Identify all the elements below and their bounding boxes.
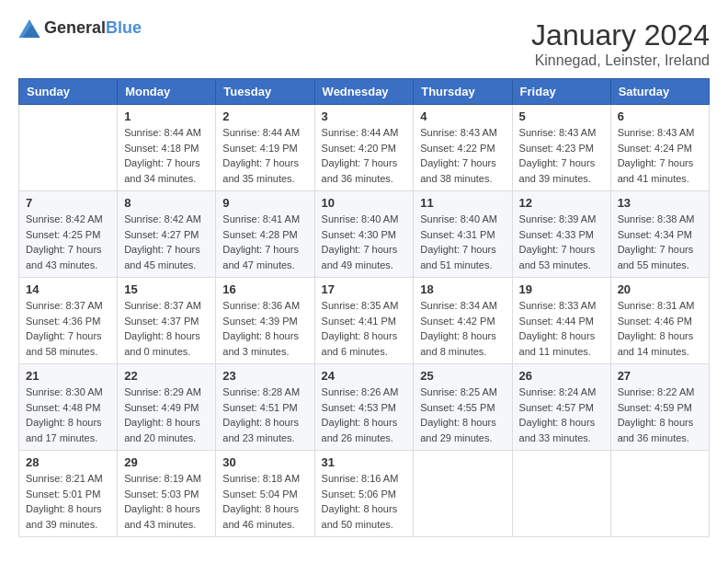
day-cell: 30Sunrise: 8:18 AMSunset: 5:04 PMDayligh… <box>216 451 314 537</box>
day-cell: 1Sunrise: 8:44 AMSunset: 4:18 PMDaylight… <box>118 105 216 191</box>
day-number: 16 <box>222 282 307 296</box>
day-cell <box>414 451 512 537</box>
day-number: 2 <box>222 109 307 123</box>
logo-general: General <box>44 18 106 37</box>
day-number: 31 <box>322 455 407 469</box>
day-cell: 14Sunrise: 8:37 AMSunset: 4:36 PMDayligh… <box>19 278 118 364</box>
header-saturday: Saturday <box>610 79 709 105</box>
day-info: Sunrise: 8:34 AMSunset: 4:42 PMDaylight:… <box>420 298 505 359</box>
header-monday: Monday <box>118 79 216 105</box>
day-info: Sunrise: 8:40 AMSunset: 4:31 PMDaylight:… <box>420 212 505 272</box>
day-cell: 27Sunrise: 8:22 AMSunset: 4:59 PMDayligh… <box>610 364 709 451</box>
header-friday: Friday <box>512 79 610 105</box>
day-number: 7 <box>26 196 110 210</box>
day-info: Sunrise: 8:42 AMSunset: 4:27 PMDaylight:… <box>124 212 209 272</box>
header-wednesday: Wednesday <box>314 79 414 105</box>
day-info: Sunrise: 8:33 AMSunset: 4:44 PMDaylight:… <box>519 298 604 359</box>
day-cell: 16Sunrise: 8:36 AMSunset: 4:39 PMDayligh… <box>216 278 314 364</box>
title-area: January 2024 Kinnegad, Leinster, Ireland <box>531 18 710 69</box>
day-number: 18 <box>420 282 505 296</box>
day-number: 6 <box>618 109 702 123</box>
day-cell: 24Sunrise: 8:26 AMSunset: 4:53 PMDayligh… <box>314 364 414 451</box>
day-info: Sunrise: 8:43 AMSunset: 4:24 PMDaylight:… <box>618 125 702 186</box>
logo-icon <box>18 19 40 38</box>
day-cell: 3Sunrise: 8:44 AMSunset: 4:20 PMDaylight… <box>314 105 414 191</box>
logo: GeneralBlue <box>18 18 142 38</box>
day-info: Sunrise: 8:43 AMSunset: 4:22 PMDaylight:… <box>420 125 505 186</box>
day-info: Sunrise: 8:44 AMSunset: 4:19 PMDaylight:… <box>222 125 307 186</box>
logo-blue: Blue <box>106 18 142 37</box>
calendar-table: SundayMondayTuesdayWednesdayThursdayFrid… <box>18 78 710 537</box>
day-info: Sunrise: 8:39 AMSunset: 4:33 PMDaylight:… <box>519 212 604 272</box>
day-cell: 18Sunrise: 8:34 AMSunset: 4:42 PMDayligh… <box>414 278 512 364</box>
day-info: Sunrise: 8:19 AMSunset: 5:03 PMDaylight:… <box>124 471 209 532</box>
day-cell: 26Sunrise: 8:24 AMSunset: 4:57 PMDayligh… <box>512 364 610 451</box>
day-cell: 11Sunrise: 8:40 AMSunset: 4:31 PMDayligh… <box>414 191 512 278</box>
day-number: 23 <box>222 369 307 383</box>
day-info: Sunrise: 8:38 AMSunset: 4:34 PMDaylight:… <box>618 212 702 272</box>
day-number: 9 <box>222 196 307 210</box>
month-title: January 2024 <box>531 18 710 52</box>
day-info: Sunrise: 8:42 AMSunset: 4:25 PMDaylight:… <box>26 212 110 272</box>
day-info: Sunrise: 8:41 AMSunset: 4:28 PMDaylight:… <box>222 212 307 272</box>
day-number: 21 <box>26 369 110 383</box>
day-number: 26 <box>519 369 604 383</box>
day-cell: 28Sunrise: 8:21 AMSunset: 5:01 PMDayligh… <box>19 451 118 537</box>
day-cell: 31Sunrise: 8:16 AMSunset: 5:06 PMDayligh… <box>314 451 414 537</box>
day-number: 29 <box>124 455 209 469</box>
day-info: Sunrise: 8:44 AMSunset: 4:20 PMDaylight:… <box>322 125 407 186</box>
page-header: GeneralBlue January 2024 Kinnegad, Leins… <box>18 18 710 69</box>
day-number: 22 <box>124 369 209 383</box>
day-cell <box>610 451 709 537</box>
day-info: Sunrise: 8:29 AMSunset: 4:49 PMDaylight:… <box>124 385 209 445</box>
week-row-1: 1Sunrise: 8:44 AMSunset: 4:18 PMDaylight… <box>19 105 710 191</box>
header-tuesday: Tuesday <box>216 79 314 105</box>
day-cell: 8Sunrise: 8:42 AMSunset: 4:27 PMDaylight… <box>118 191 216 278</box>
day-info: Sunrise: 8:35 AMSunset: 4:41 PMDaylight:… <box>322 298 407 359</box>
day-info: Sunrise: 8:44 AMSunset: 4:18 PMDaylight:… <box>124 125 209 186</box>
header-thursday: Thursday <box>414 79 512 105</box>
day-info: Sunrise: 8:43 AMSunset: 4:23 PMDaylight:… <box>519 125 604 186</box>
day-cell: 23Sunrise: 8:28 AMSunset: 4:51 PMDayligh… <box>216 364 314 451</box>
day-info: Sunrise: 8:18 AMSunset: 5:04 PMDaylight:… <box>222 471 307 532</box>
day-number: 17 <box>322 282 407 296</box>
day-number: 14 <box>26 282 110 296</box>
day-info: Sunrise: 8:40 AMSunset: 4:30 PMDaylight:… <box>322 212 407 272</box>
day-cell <box>512 451 610 537</box>
day-number: 24 <box>322 369 407 383</box>
day-info: Sunrise: 8:30 AMSunset: 4:48 PMDaylight:… <box>26 385 110 445</box>
day-cell: 7Sunrise: 8:42 AMSunset: 4:25 PMDaylight… <box>19 191 118 278</box>
day-info: Sunrise: 8:16 AMSunset: 5:06 PMDaylight:… <box>322 471 407 532</box>
day-cell: 19Sunrise: 8:33 AMSunset: 4:44 PMDayligh… <box>512 278 610 364</box>
day-info: Sunrise: 8:22 AMSunset: 4:59 PMDaylight:… <box>618 385 702 445</box>
day-info: Sunrise: 8:37 AMSunset: 4:36 PMDaylight:… <box>26 298 110 359</box>
day-info: Sunrise: 8:28 AMSunset: 4:51 PMDaylight:… <box>222 385 307 445</box>
day-number: 25 <box>420 369 505 383</box>
day-info: Sunrise: 8:25 AMSunset: 4:55 PMDaylight:… <box>420 385 505 445</box>
day-info: Sunrise: 8:24 AMSunset: 4:57 PMDaylight:… <box>519 385 604 445</box>
day-cell: 20Sunrise: 8:31 AMSunset: 4:46 PMDayligh… <box>610 278 709 364</box>
day-number: 30 <box>222 455 307 469</box>
day-number: 8 <box>124 196 209 210</box>
day-number: 20 <box>618 282 702 296</box>
day-info: Sunrise: 8:26 AMSunset: 4:53 PMDaylight:… <box>322 385 407 445</box>
day-cell: 9Sunrise: 8:41 AMSunset: 4:28 PMDaylight… <box>216 191 314 278</box>
logo-text: GeneralBlue <box>44 18 142 38</box>
day-number: 1 <box>124 109 209 123</box>
day-number: 27 <box>618 369 702 383</box>
day-number: 5 <box>519 109 604 123</box>
day-number: 12 <box>519 196 604 210</box>
day-number: 28 <box>26 455 110 469</box>
day-cell: 2Sunrise: 8:44 AMSunset: 4:19 PMDaylight… <box>216 105 314 191</box>
day-cell: 5Sunrise: 8:43 AMSunset: 4:23 PMDaylight… <box>512 105 610 191</box>
header-sunday: Sunday <box>19 79 118 105</box>
day-number: 4 <box>420 109 505 123</box>
week-row-4: 21Sunrise: 8:30 AMSunset: 4:48 PMDayligh… <box>19 364 710 451</box>
day-cell: 25Sunrise: 8:25 AMSunset: 4:55 PMDayligh… <box>414 364 512 451</box>
week-row-5: 28Sunrise: 8:21 AMSunset: 5:01 PMDayligh… <box>19 451 710 537</box>
day-cell: 17Sunrise: 8:35 AMSunset: 4:41 PMDayligh… <box>314 278 414 364</box>
day-cell: 21Sunrise: 8:30 AMSunset: 4:48 PMDayligh… <box>19 364 118 451</box>
week-row-3: 14Sunrise: 8:37 AMSunset: 4:36 PMDayligh… <box>19 278 710 364</box>
day-number: 15 <box>124 282 209 296</box>
day-info: Sunrise: 8:31 AMSunset: 4:46 PMDaylight:… <box>618 298 702 359</box>
